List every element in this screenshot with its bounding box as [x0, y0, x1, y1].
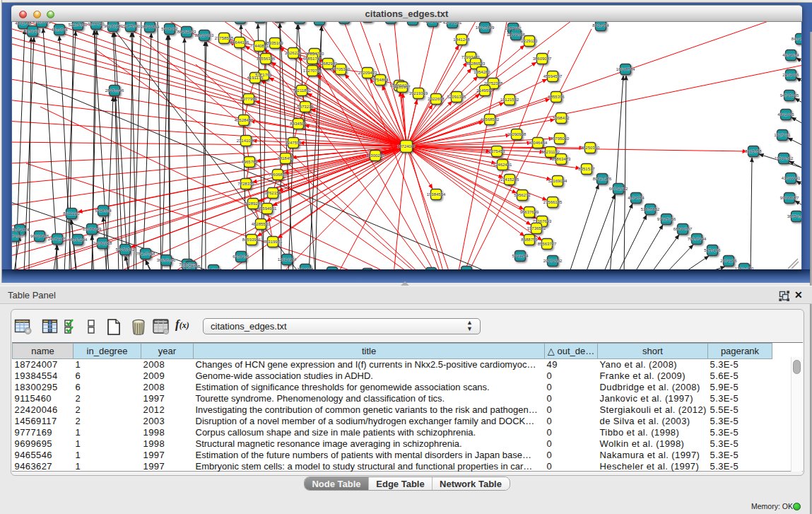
svg-text:94705205: 94705205	[780, 93, 799, 98]
svg-text:4841005: 4841005	[777, 112, 794, 117]
svg-text:52462441: 52462441	[493, 163, 512, 167]
svg-text:19121552: 19121552	[500, 98, 519, 102]
svg-text:10289289: 10289289	[244, 201, 263, 206]
svg-text:4374754: 4374754	[628, 196, 645, 200]
svg-text:72682989: 72682989	[319, 62, 338, 66]
svg-text:74606833: 74606833	[269, 173, 288, 177]
svg-text:68353204: 68353204	[69, 238, 88, 242]
svg-text:5456272: 5456272	[514, 193, 531, 197]
svg-text:52169044: 52169044	[548, 179, 567, 183]
svg-text:19510312: 19510312	[775, 156, 794, 160]
svg-text:23209423: 23209423	[358, 71, 377, 75]
svg-text:19384554: 19384554	[427, 192, 446, 197]
svg-text:8077999: 8077999	[240, 97, 257, 101]
svg-text:9897858: 9897858	[205, 268, 222, 269]
svg-text:8612220: 8612220	[63, 211, 80, 216]
svg-text:45594951: 45594951	[258, 206, 277, 211]
svg-text:2149597: 2149597	[476, 88, 493, 93]
svg-text:66851760: 66851760	[303, 57, 322, 61]
svg-text:4842788: 4842788	[15, 22, 32, 25]
svg-text:5041154: 5041154	[512, 254, 529, 258]
svg-text:2074176: 2074176	[720, 259, 737, 263]
svg-text:68800797: 68800797	[673, 227, 693, 231]
svg-text:51837852: 51837852	[641, 207, 660, 211]
svg-text:8813054: 8813054	[592, 23, 609, 28]
svg-text:5408072: 5408072	[161, 27, 178, 31]
svg-text:18300295: 18300295	[366, 153, 385, 158]
svg-text:88461803: 88461803	[177, 30, 196, 34]
svg-text:5673212: 5673212	[297, 105, 314, 109]
svg-text:86644106: 86644106	[230, 40, 249, 45]
svg-text:3762152: 3762152	[264, 191, 281, 195]
svg-text:17270733: 17270733	[303, 69, 322, 73]
svg-text:48250360: 48250360	[581, 146, 600, 150]
svg-text:37415205: 37415205	[500, 177, 519, 182]
svg-text:20570592: 20570592	[543, 259, 563, 263]
svg-text:5159166: 5159166	[704, 248, 721, 252]
svg-text:33978249: 33978249	[83, 227, 102, 231]
svg-text:4965789: 4965789	[241, 160, 258, 164]
svg-text:4539704: 4539704	[51, 28, 68, 32]
svg-text:45935572: 45935572	[33, 22, 52, 24]
svg-text:71367643: 71367643	[533, 219, 552, 223]
svg-text:23141087: 23141087	[237, 139, 256, 143]
svg-text:28053346: 28053346	[105, 88, 124, 93]
svg-text:7818496: 7818496	[277, 156, 294, 160]
svg-text:97225156: 97225156	[657, 217, 676, 221]
svg-text:28740864: 28740864	[141, 25, 160, 29]
svg-text:82070937: 82070937	[12, 234, 24, 238]
svg-text:84593961: 84593961	[242, 238, 261, 242]
svg-text:2022698: 2022698	[428, 97, 445, 101]
svg-text:8215958: 8215958	[745, 149, 762, 153]
svg-text:43744231: 43744231	[443, 22, 462, 25]
svg-text:85863473: 85863473	[552, 157, 571, 161]
svg-text:18724007: 18724007	[397, 144, 416, 148]
svg-text:1527021: 1527021	[774, 133, 791, 137]
svg-text:89795010: 89795010	[551, 136, 570, 141]
svg-text:7728339: 7728339	[237, 182, 254, 186]
svg-text:7089806: 7089806	[297, 267, 314, 269]
svg-text:35556386: 35556386	[257, 57, 276, 61]
svg-text:24282218: 24282218	[93, 241, 112, 245]
svg-text:2087662: 2087662	[505, 26, 522, 30]
svg-text:88320463: 88320463	[195, 33, 214, 37]
svg-text:20752378: 20752378	[484, 81, 503, 86]
svg-text:11540956: 11540956	[507, 33, 526, 37]
svg-text:1247595: 1247595	[285, 141, 302, 145]
svg-text:70211891: 70211891	[293, 88, 312, 93]
svg-text:42138745: 42138745	[182, 264, 201, 269]
svg-text:38754377: 38754377	[787, 214, 801, 218]
svg-text:52235350: 52235350	[69, 23, 88, 27]
svg-text:41944441: 41944441	[782, 176, 801, 180]
svg-text:26090908: 26090908	[507, 132, 526, 136]
svg-text:52091325: 52091325	[447, 95, 466, 99]
svg-text:12823170: 12823170	[735, 267, 754, 269]
svg-text:2191066: 2191066	[782, 73, 799, 77]
svg-text:99788677: 99788677	[780, 196, 799, 200]
svg-text:75319931: 75319931	[264, 240, 283, 244]
svg-text:48285503: 48285503	[252, 222, 271, 226]
svg-text:81286543: 81286543	[466, 62, 486, 66]
svg-text:5098412: 5098412	[553, 116, 570, 120]
svg-text:73993471: 73993471	[461, 55, 481, 59]
svg-text:38609087: 38609087	[533, 57, 552, 61]
svg-text:25374874: 25374874	[12, 228, 30, 232]
svg-text:6438436: 6438436	[233, 255, 249, 259]
svg-text:12614124: 12614124	[278, 257, 297, 262]
svg-text:84346088: 84346088	[792, 37, 801, 41]
svg-text:66792612: 66792612	[609, 187, 628, 191]
svg-text:39219319: 39219319	[409, 91, 428, 95]
svg-text:78137358: 78137358	[136, 252, 155, 256]
svg-text:27566185: 27566185	[543, 200, 563, 204]
svg-text:19736572: 19736572	[527, 226, 546, 230]
svg-text:9375710: 9375710	[88, 22, 105, 26]
svg-text:1954280: 1954280	[473, 70, 490, 74]
svg-text:6855396: 6855396	[548, 95, 565, 99]
svg-text:72820592: 72820592	[423, 22, 442, 23]
svg-text:4191175: 4191175	[247, 76, 264, 80]
svg-text:85563727: 85563727	[538, 242, 557, 246]
svg-text:5418934: 5418934	[95, 209, 112, 213]
svg-text:50056581: 50056581	[116, 247, 135, 252]
svg-text:4694634: 4694634	[782, 53, 799, 57]
svg-text:96028436: 96028436	[30, 234, 49, 238]
